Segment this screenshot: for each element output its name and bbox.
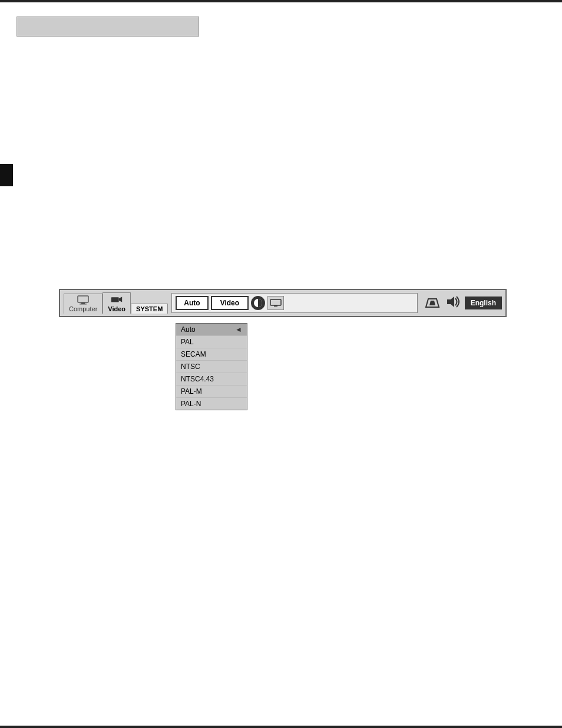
dropdown-item-palm-label: PAL-M <box>181 387 202 396</box>
system-content: Auto Video <box>171 293 417 313</box>
dropdown-item-palm[interactable]: PAL-M <box>176 386 247 398</box>
language-button[interactable]: English <box>465 297 502 309</box>
dropdown-item-auto[interactable]: Auto ◄ <box>176 324 247 336</box>
right-icons: English <box>424 295 502 311</box>
svg-marker-9 <box>429 301 435 305</box>
svg-rect-1 <box>81 302 85 304</box>
tab-group: Computer Video SYSTEM <box>64 292 168 314</box>
tab-system[interactable]: SYSTEM <box>131 304 168 314</box>
tab-system-label: SYSTEM <box>136 305 163 312</box>
tab-video[interactable]: Video <box>103 292 131 314</box>
dropdown-menu: Auto ◄ PAL SECAM NTSC NTSC4.43 PAL-M PAL… <box>176 323 247 410</box>
bottom-border <box>0 726 562 728</box>
svg-rect-2 <box>80 304 87 305</box>
dropdown-item-secam[interactable]: SECAM <box>176 348 247 361</box>
half-circle-icon[interactable] <box>251 296 265 310</box>
dropdown-item-ntsc443-label: NTSC4.43 <box>181 375 214 383</box>
keystone-icon[interactable] <box>424 297 441 309</box>
header-box <box>16 17 199 37</box>
speaker-icon[interactable] <box>445 295 461 311</box>
tab-computer[interactable]: Computer <box>64 294 103 314</box>
tab-computer-label: Computer <box>69 305 97 312</box>
video-button[interactable]: Video <box>211 296 249 310</box>
dropdown-item-ntsc[interactable]: NTSC <box>176 361 247 373</box>
tab-video-label: Video <box>108 305 125 312</box>
dropdown-item-ntsc-label: NTSC <box>181 363 200 371</box>
top-border <box>0 0 562 2</box>
dropdown-item-ntsc443[interactable]: NTSC4.43 <box>176 373 247 386</box>
dropdown-item-paln-label: PAL-N <box>181 400 201 408</box>
svg-rect-0 <box>78 296 88 302</box>
dropdown-item-pal[interactable]: PAL <box>176 336 247 348</box>
auto-button[interactable]: Auto <box>176 296 208 310</box>
dropdown-item-secam-label: SECAM <box>181 350 206 358</box>
back-arrow-icon: ◄ <box>235 325 242 334</box>
dropdown-item-auto-label: Auto <box>181 325 196 334</box>
svg-rect-7 <box>274 305 277 307</box>
toolbar: Computer Video SYSTEM Auto Video <box>59 289 507 317</box>
svg-marker-10 <box>447 297 454 307</box>
dropdown-item-paln[interactable]: PAL-N <box>176 398 247 410</box>
side-tab <box>0 164 13 186</box>
svg-rect-6 <box>270 299 281 305</box>
svg-marker-4 <box>119 297 123 302</box>
svg-rect-3 <box>111 297 119 302</box>
screen-icon[interactable] <box>267 296 284 310</box>
dropdown-item-pal-label: PAL <box>181 338 194 346</box>
